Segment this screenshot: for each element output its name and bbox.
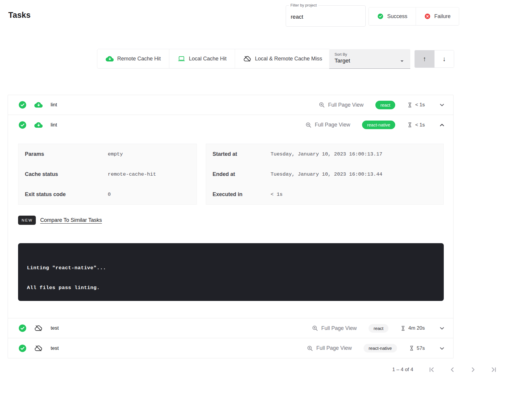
project-badge: react-native [362, 121, 395, 129]
cache-filter-group: Remote Cache Hit Local Cache Hit Local &… [97, 49, 331, 68]
failure-filter-button[interactable]: Failure [416, 7, 459, 25]
expand-button[interactable] [438, 345, 446, 352]
detail-row: Params empty [18, 144, 197, 164]
duration-label: 4m 20s [408, 325, 425, 331]
terminal-line: Linting "react-native"... [27, 265, 435, 271]
sort-direction-group: ↑ ↓ [414, 50, 454, 68]
duration: < 1s [407, 102, 425, 108]
last-page-icon [490, 366, 498, 374]
previous-page-button[interactable] [446, 363, 459, 376]
sort-descending-button[interactable]: ↓ [434, 50, 454, 68]
full-page-view-button[interactable]: Full Page View [305, 122, 350, 128]
collapse-button[interactable] [438, 121, 446, 129]
compare-to-similar-tasks-link[interactable]: Compare To Similar Tasks [40, 217, 102, 223]
failure-label: Failure [434, 13, 451, 20]
task-name: lint [51, 102, 57, 108]
caret-down-icon [398, 57, 406, 65]
task-name: test [51, 345, 59, 351]
full-page-view-label: Full Page View [316, 345, 352, 351]
task-row[interactable]: lint Full Page View react < 1s [8, 95, 453, 115]
chevron-up-icon [438, 121, 446, 129]
sort-by-label: Sort By [335, 52, 405, 57]
cache-status-value: remote-cache-hit [108, 171, 156, 177]
last-page-button[interactable] [487, 363, 500, 376]
pagination-range: 1 – 4 of 4 [392, 367, 413, 373]
sort-by-value: Target [335, 57, 405, 64]
started-at-label: Started at [213, 151, 271, 157]
executed-in-label: Executed in [213, 191, 271, 198]
duration-label: 57s [417, 345, 425, 351]
detail-row: Cache status remote-cache-hit [18, 164, 197, 184]
first-page-button[interactable] [425, 363, 438, 376]
task-timing-panel: Started at Tuesday, January 10, 2023 16:… [206, 144, 444, 205]
task-list: lint Full Page View react < 1s [8, 95, 454, 358]
task-details: Params empty Cache status remote-cache-h… [8, 135, 453, 318]
status-success-icon [18, 121, 27, 129]
project-badge: react [375, 101, 395, 109]
local-cache-hit-button[interactable]: Local Cache Hit [169, 49, 235, 68]
task-row[interactable]: test Full Page View react 4m 20s [8, 318, 453, 338]
status-success-icon [18, 324, 27, 333]
arrow-down-icon: ↓ [443, 55, 446, 63]
sort-ascending-button[interactable]: ↑ [415, 50, 434, 68]
next-page-button[interactable] [467, 363, 480, 376]
cache-miss-label: Local & Remote Cache Miss [255, 56, 322, 62]
project-badge: react-native [364, 344, 397, 352]
task-meta-panel: Params empty Cache status remote-cache-h… [18, 144, 197, 205]
task-row[interactable]: test Full Page View react-native 57s [8, 338, 453, 358]
local-cache-hit-label: Local Cache Hit [189, 56, 226, 62]
expand-button[interactable] [438, 325, 446, 332]
full-page-view-button[interactable]: Full Page View [307, 345, 352, 352]
duration: 4m 20s [400, 325, 425, 331]
zoom-in-icon [312, 325, 318, 331]
status-success-icon [18, 344, 27, 353]
first-page-icon [427, 366, 436, 374]
cloud-download-icon [34, 101, 43, 109]
terminal-line: All files pass linting. [27, 285, 435, 291]
project-filter-input[interactable] [286, 6, 365, 26]
chevron-down-icon [438, 345, 446, 352]
ended-at-value: Tuesday, January 10, 2023 16:00:13.44 [271, 171, 382, 177]
remote-cache-hit-button[interactable]: Remote Cache Hit [97, 49, 169, 68]
hourglass-icon [407, 122, 413, 128]
expand-button[interactable] [438, 101, 446, 108]
success-label: Success [387, 13, 407, 20]
cloud-off-icon [34, 344, 43, 352]
new-badge: NEW [18, 216, 36, 225]
pagination: 1 – 4 of 4 [392, 363, 500, 376]
cloud-off-icon [243, 55, 251, 63]
laptop-icon [178, 55, 185, 62]
full-page-view-button[interactable]: Full Page View [319, 102, 364, 108]
status-filter-group: Success Failure [369, 7, 459, 25]
check-circle-icon [377, 13, 384, 20]
zoom-in-icon [319, 102, 325, 108]
params-value: empty [108, 151, 123, 157]
zoom-in-icon [305, 122, 312, 128]
chevron-down-icon [438, 325, 446, 332]
project-filter-field: Filter by project [286, 5, 366, 27]
detail-row: Exit status code 0 [18, 184, 197, 204]
status-success-icon [18, 100, 27, 109]
hourglass-icon [400, 326, 406, 331]
exit-code-value: 0 [108, 192, 111, 197]
cache-status-label: Cache status [25, 171, 108, 177]
duration: 57s [409, 345, 425, 351]
detail-row: Executed in < 1s [206, 184, 443, 204]
duration-label: < 1s [415, 102, 425, 108]
success-filter-button[interactable]: Success [369, 7, 416, 25]
cache-miss-button[interactable]: Local & Remote Cache Miss [235, 49, 330, 68]
sort-by-select[interactable]: Sort By Target [329, 49, 410, 69]
full-page-view-label: Full Page View [321, 325, 357, 331]
full-page-view-button[interactable]: Full Page View [312, 325, 357, 331]
page-title: Tasks [8, 11, 31, 20]
project-filter-label: Filter by project [289, 3, 318, 7]
terminal-output: Linting "react-native"... All files pass… [18, 243, 444, 301]
chevron-down-icon [438, 101, 446, 108]
chevron-left-icon [448, 366, 456, 374]
cloud-off-icon [34, 324, 43, 332]
params-label: Params [25, 151, 108, 157]
cloud-download-icon [106, 55, 114, 63]
task-row[interactable]: lint Full Page View react-native < 1s [8, 115, 453, 135]
task-name: lint [51, 122, 57, 128]
full-page-view-label: Full Page View [328, 102, 364, 108]
